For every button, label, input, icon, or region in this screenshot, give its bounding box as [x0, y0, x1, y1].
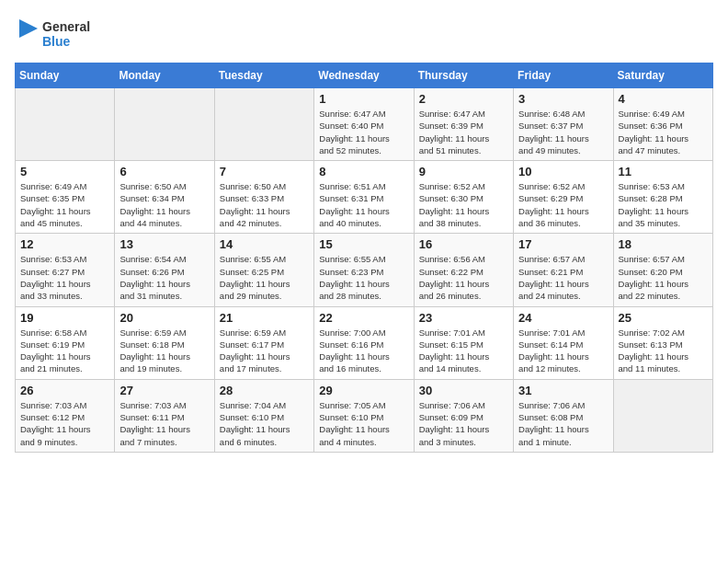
- calendar-cell: 18Sunrise: 6:57 AM Sunset: 6:20 PM Dayli…: [613, 234, 712, 306]
- day-info: Sunrise: 7:03 AM Sunset: 6:11 PM Dayligh…: [119, 399, 209, 448]
- calendar-cell: 27Sunrise: 7:03 AM Sunset: 6:11 PM Dayli…: [115, 379, 214, 452]
- day-number: 2: [419, 92, 508, 106]
- day-info: Sunrise: 6:53 AM Sunset: 6:27 PM Dayligh…: [20, 253, 109, 302]
- day-info: Sunrise: 6:53 AM Sunset: 6:28 PM Dayligh…: [619, 180, 708, 229]
- calendar-cell: 26Sunrise: 7:03 AM Sunset: 6:12 PM Dayli…: [16, 379, 115, 452]
- day-number: 4: [619, 92, 708, 106]
- day-info: Sunrise: 7:03 AM Sunset: 6:12 PM Dayligh…: [20, 399, 109, 448]
- calendar-cell: 28Sunrise: 7:04 AM Sunset: 6:10 PM Dayli…: [214, 379, 313, 452]
- day-number: 3: [518, 92, 608, 106]
- day-number: 13: [119, 237, 209, 251]
- day-number: 17: [518, 237, 608, 251]
- day-number: 1: [319, 92, 408, 106]
- day-info: Sunrise: 7:01 AM Sunset: 6:15 PM Dayligh…: [419, 327, 508, 375]
- day-number: 14: [220, 237, 309, 251]
- calendar-cell: 12Sunrise: 6:53 AM Sunset: 6:27 PM Dayli…: [16, 234, 115, 306]
- day-info: Sunrise: 6:54 AM Sunset: 6:26 PM Dayligh…: [119, 253, 209, 302]
- calendar-cell: 10Sunrise: 6:52 AM Sunset: 6:29 PM Dayli…: [514, 161, 613, 234]
- day-number: 6: [119, 165, 209, 178]
- day-number: 12: [20, 237, 109, 251]
- day-number: 20: [119, 311, 209, 325]
- day-info: Sunrise: 6:59 AM Sunset: 6:17 PM Dayligh…: [220, 327, 309, 375]
- calendar-cell: 23Sunrise: 7:01 AM Sunset: 6:15 PM Dayli…: [414, 306, 513, 379]
- day-info: Sunrise: 6:57 AM Sunset: 6:20 PM Dayligh…: [619, 253, 708, 302]
- calendar-cell: 15Sunrise: 6:55 AM Sunset: 6:23 PM Dayli…: [314, 234, 414, 306]
- svg-text:General: General: [42, 19, 90, 34]
- day-number: 5: [20, 165, 109, 178]
- calendar-cell: 14Sunrise: 6:55 AM Sunset: 6:25 PM Dayli…: [214, 234, 313, 306]
- day-info: Sunrise: 7:06 AM Sunset: 6:09 PM Dayligh…: [419, 399, 508, 448]
- weekday-header-saturday: Saturday: [613, 63, 712, 88]
- calendar-cell: 6Sunrise: 6:50 AM Sunset: 6:34 PM Daylig…: [115, 161, 214, 234]
- day-number: 29: [319, 384, 408, 397]
- weekday-header-monday: Monday: [115, 63, 214, 88]
- day-number: 23: [419, 311, 508, 325]
- day-number: 26: [20, 384, 109, 397]
- day-info: Sunrise: 7:00 AM Sunset: 6:16 PM Dayligh…: [319, 327, 408, 375]
- logo: GeneralBlue: [15, 15, 97, 52]
- calendar-cell: 11Sunrise: 6:53 AM Sunset: 6:28 PM Dayli…: [613, 161, 712, 234]
- day-info: Sunrise: 6:59 AM Sunset: 6:18 PM Dayligh…: [119, 327, 209, 375]
- weekday-header-wednesday: Wednesday: [314, 63, 414, 88]
- day-number: 18: [619, 237, 708, 251]
- calendar-cell: 24Sunrise: 7:01 AM Sunset: 6:14 PM Dayli…: [514, 306, 613, 379]
- calendar-week-3: 12Sunrise: 6:53 AM Sunset: 6:27 PM Dayli…: [16, 234, 713, 306]
- calendar-table: SundayMondayTuesdayWednesdayThursdayFrid…: [15, 63, 713, 453]
- calendar-week-5: 26Sunrise: 7:03 AM Sunset: 6:12 PM Dayli…: [16, 379, 713, 452]
- calendar-cell: 9Sunrise: 6:52 AM Sunset: 6:30 PM Daylig…: [414, 161, 513, 234]
- day-info: Sunrise: 6:56 AM Sunset: 6:22 PM Dayligh…: [419, 253, 508, 302]
- day-info: Sunrise: 7:06 AM Sunset: 6:08 PM Dayligh…: [518, 399, 608, 448]
- day-info: Sunrise: 6:49 AM Sunset: 6:35 PM Dayligh…: [20, 180, 109, 229]
- day-info: Sunrise: 6:50 AM Sunset: 6:33 PM Dayligh…: [220, 180, 309, 229]
- day-number: 7: [220, 165, 309, 178]
- day-info: Sunrise: 6:47 AM Sunset: 6:40 PM Dayligh…: [319, 108, 408, 156]
- calendar-cell: 1Sunrise: 6:47 AM Sunset: 6:40 PM Daylig…: [314, 88, 414, 161]
- day-info: Sunrise: 6:52 AM Sunset: 6:29 PM Dayligh…: [518, 180, 608, 229]
- weekday-header-thursday: Thursday: [414, 63, 513, 88]
- day-number: 30: [419, 384, 508, 397]
- day-info: Sunrise: 7:05 AM Sunset: 6:10 PM Dayligh…: [319, 399, 408, 448]
- calendar-cell: 31Sunrise: 7:06 AM Sunset: 6:08 PM Dayli…: [514, 379, 613, 452]
- day-number: 24: [518, 311, 608, 325]
- page-header: GeneralBlue: [15, 15, 713, 52]
- calendar-cell: 7Sunrise: 6:50 AM Sunset: 6:33 PM Daylig…: [214, 161, 313, 234]
- day-number: 28: [220, 384, 309, 397]
- day-number: 25: [619, 311, 708, 325]
- calendar-cell: 21Sunrise: 6:59 AM Sunset: 6:17 PM Dayli…: [214, 306, 313, 379]
- calendar-cell: 2Sunrise: 6:47 AM Sunset: 6:39 PM Daylig…: [414, 88, 513, 161]
- day-info: Sunrise: 6:47 AM Sunset: 6:39 PM Dayligh…: [419, 108, 508, 156]
- day-number: 21: [220, 311, 309, 325]
- calendar-cell: 16Sunrise: 6:56 AM Sunset: 6:22 PM Dayli…: [414, 234, 513, 306]
- day-info: Sunrise: 6:55 AM Sunset: 6:23 PM Dayligh…: [319, 253, 408, 302]
- calendar-cell: [115, 88, 214, 161]
- svg-marker-0: [19, 19, 38, 38]
- calendar-cell: [16, 88, 115, 161]
- day-number: 16: [419, 237, 508, 251]
- day-number: 8: [319, 165, 408, 178]
- day-info: Sunrise: 6:50 AM Sunset: 6:34 PM Dayligh…: [119, 180, 209, 229]
- calendar-week-4: 19Sunrise: 6:58 AM Sunset: 6:19 PM Dayli…: [16, 306, 713, 379]
- day-info: Sunrise: 6:57 AM Sunset: 6:21 PM Dayligh…: [518, 253, 608, 302]
- calendar-cell: 19Sunrise: 6:58 AM Sunset: 6:19 PM Dayli…: [16, 306, 115, 379]
- weekday-header-tuesday: Tuesday: [214, 63, 313, 88]
- calendar-week-2: 5Sunrise: 6:49 AM Sunset: 6:35 PM Daylig…: [16, 161, 713, 234]
- weekday-header-sunday: Sunday: [16, 63, 115, 88]
- day-info: Sunrise: 7:04 AM Sunset: 6:10 PM Dayligh…: [220, 399, 309, 448]
- weekday-header-friday: Friday: [514, 63, 613, 88]
- calendar-cell: 22Sunrise: 7:00 AM Sunset: 6:16 PM Dayli…: [314, 306, 414, 379]
- svg-text:Blue: Blue: [42, 34, 71, 49]
- calendar-cell: 29Sunrise: 7:05 AM Sunset: 6:10 PM Dayli…: [314, 379, 414, 452]
- day-info: Sunrise: 6:51 AM Sunset: 6:31 PM Dayligh…: [319, 180, 408, 229]
- day-info: Sunrise: 6:58 AM Sunset: 6:19 PM Dayligh…: [20, 327, 109, 375]
- day-info: Sunrise: 7:01 AM Sunset: 6:14 PM Dayligh…: [518, 327, 608, 375]
- calendar-cell: 5Sunrise: 6:49 AM Sunset: 6:35 PM Daylig…: [16, 161, 115, 234]
- day-number: 15: [319, 237, 408, 251]
- day-info: Sunrise: 6:49 AM Sunset: 6:36 PM Dayligh…: [619, 108, 708, 156]
- day-info: Sunrise: 6:55 AM Sunset: 6:25 PM Dayligh…: [220, 253, 309, 302]
- day-number: 19: [20, 311, 109, 325]
- calendar-cell: [613, 379, 712, 452]
- calendar-cell: 20Sunrise: 6:59 AM Sunset: 6:18 PM Dayli…: [115, 306, 214, 379]
- calendar-cell: 17Sunrise: 6:57 AM Sunset: 6:21 PM Dayli…: [514, 234, 613, 306]
- calendar-cell: 25Sunrise: 7:02 AM Sunset: 6:13 PM Dayli…: [613, 306, 712, 379]
- day-number: 27: [119, 384, 209, 397]
